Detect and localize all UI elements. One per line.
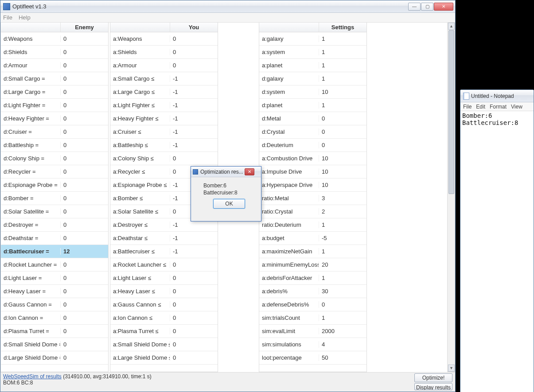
settings-value[interactable]: -5 bbox=[319, 235, 366, 241]
you-value[interactable]: 0 bbox=[170, 341, 218, 348]
enemy-value[interactable]: 0 bbox=[61, 314, 108, 321]
enemy-row[interactable]: d:Colony Ship =0 bbox=[1, 152, 108, 165]
you-value[interactable]: 0 bbox=[170, 328, 218, 334]
enemy-row[interactable]: d:Ion Cannon =0 bbox=[1, 311, 108, 325]
enemy-value[interactable]: 0 bbox=[61, 195, 108, 202]
settings-row[interactable]: sim:evalLimit2000 bbox=[259, 325, 366, 338]
settings-row[interactable]: d:system10 bbox=[259, 85, 366, 99]
enemy-row[interactable]: d:Battlecruiser =12 bbox=[1, 245, 108, 258]
settings-row[interactable]: a:debrisForAttacker1 bbox=[259, 272, 366, 285]
you-row[interactable]: a:Armour0 bbox=[110, 59, 218, 72]
settings-row[interactable]: a:Combustion Drive10 bbox=[259, 152, 366, 165]
you-row[interactable]: a:Battleship ≤-1 bbox=[110, 139, 218, 152]
dialog-titlebar[interactable]: Optimization res... ✕ bbox=[191, 167, 261, 177]
settings-row[interactable]: d:planet1 bbox=[259, 99, 366, 112]
settings-row[interactable]: d:Crystal0 bbox=[259, 125, 366, 139]
you-row[interactable]: a:Battlecruiser ≤-1 bbox=[110, 245, 218, 258]
dialog-ok-button[interactable]: OK bbox=[213, 199, 245, 209]
settings-row[interactable]: a:planet1 bbox=[259, 59, 366, 72]
optimize-button[interactable]: Optimize! bbox=[414, 373, 452, 382]
menu-file[interactable]: File bbox=[3, 14, 12, 21]
enemy-row[interactable]: d:Light Laser =0 bbox=[1, 272, 108, 285]
scroll-up-arrow[interactable]: ▲ bbox=[448, 23, 455, 30]
notepad-menu-format[interactable]: Format bbox=[490, 104, 507, 110]
enemy-row[interactable]: d:Small Cargo =0 bbox=[1, 72, 108, 85]
enemy-value[interactable]: 0 bbox=[61, 115, 108, 122]
you-row[interactable]: a:Light Laser ≤0 bbox=[110, 272, 218, 285]
settings-value[interactable]: 2000 bbox=[319, 328, 366, 334]
notepad-textarea[interactable]: Bomber:6 Battlecruiser:8 bbox=[460, 111, 534, 392]
you-row[interactable]: a:Large Shield Dome ≤0 bbox=[110, 351, 218, 365]
settings-header[interactable]: Settings bbox=[259, 23, 366, 32]
enemy-value[interactable]: 0 bbox=[61, 35, 108, 42]
settings-value[interactable]: 1 bbox=[319, 248, 366, 255]
you-value[interactable]: -1 bbox=[170, 128, 218, 135]
settings-value[interactable]: 1 bbox=[319, 314, 366, 321]
you-value[interactable]: -1 bbox=[170, 221, 218, 228]
you-value[interactable]: -1 bbox=[170, 142, 218, 148]
enemy-row[interactable]: d:Recycler =0 bbox=[1, 165, 108, 179]
enemy-value[interactable]: 0 bbox=[61, 168, 108, 175]
settings-value[interactable]: 0 bbox=[319, 128, 366, 135]
scroll-down-arrow[interactable]: ▼ bbox=[448, 365, 455, 372]
results-link[interactable]: WebSpeedSim of results bbox=[3, 373, 62, 380]
settings-value[interactable]: 4 bbox=[319, 341, 366, 348]
enemy-row[interactable]: d:Shields0 bbox=[1, 46, 108, 59]
you-row[interactable]: a:Gauss Cannon ≤0 bbox=[110, 298, 218, 311]
enemy-value[interactable]: 0 bbox=[61, 155, 108, 162]
enemy-value[interactable]: 12 bbox=[61, 248, 108, 255]
you-row[interactable]: a:Ion Cannon ≤0 bbox=[110, 311, 218, 325]
you-value[interactable]: 0 bbox=[170, 275, 218, 281]
notepad-menu-edit[interactable]: Edit bbox=[476, 104, 485, 110]
settings-row[interactable]: sim:trialsCount1 bbox=[259, 311, 366, 325]
you-row[interactable]: a:Heavy Fighter ≤-1 bbox=[110, 112, 218, 125]
settings-row[interactable]: d:Deuterium0 bbox=[259, 139, 366, 152]
enemy-row[interactable]: d:Solar Satellite =0 bbox=[1, 205, 108, 218]
you-value[interactable]: 0 bbox=[170, 35, 218, 42]
you-row[interactable]: a:Cruiser ≤-1 bbox=[110, 125, 218, 139]
you-value[interactable]: 0 bbox=[170, 49, 218, 55]
you-value[interactable]: 0 bbox=[170, 155, 218, 162]
settings-value[interactable]: 0 bbox=[319, 115, 366, 122]
you-value[interactable]: -1 bbox=[170, 115, 218, 122]
settings-value[interactable]: 30 bbox=[319, 288, 366, 295]
enemy-row[interactable]: d:Heavy Laser =0 bbox=[1, 285, 108, 298]
settings-row[interactable]: a:minimumEnemyLoss%20 bbox=[259, 258, 366, 272]
enemy-header[interactable]: Enemy bbox=[1, 23, 108, 32]
enemy-row[interactable]: d:Cruiser =0 bbox=[1, 125, 108, 139]
settings-value[interactable]: 1 bbox=[319, 75, 366, 82]
you-row[interactable]: a:Small Shield Dome ≤0 bbox=[110, 338, 218, 351]
settings-row[interactable]: d:galaxy1 bbox=[259, 72, 366, 85]
minimize-button[interactable]: — bbox=[408, 3, 421, 11]
settings-value[interactable]: 20 bbox=[319, 261, 366, 268]
settings-row[interactable]: a:system1 bbox=[259, 46, 366, 59]
enemy-value[interactable]: 0 bbox=[61, 89, 108, 95]
you-row[interactable]: a:Rocket Launcher ≤0 bbox=[110, 258, 218, 272]
you-value[interactable]: 0 bbox=[170, 288, 218, 295]
you-value[interactable]: 0 bbox=[170, 261, 218, 268]
you-value[interactable]: -1 bbox=[170, 89, 218, 95]
menu-help[interactable]: Help bbox=[19, 14, 31, 21]
settings-row[interactable]: ratio:Metal3 bbox=[259, 192, 366, 205]
main-scrollbar[interactable]: ▲ ▼ bbox=[447, 23, 455, 372]
settings-row[interactable]: ratio:Deuterium1 bbox=[259, 218, 366, 232]
enemy-value[interactable]: 0 bbox=[61, 328, 108, 334]
settings-value[interactable]: 0 bbox=[319, 142, 366, 148]
settings-row[interactable]: a:Hyperspace Drive10 bbox=[259, 179, 366, 192]
enemy-row[interactable]: d:Armour0 bbox=[1, 59, 108, 72]
settings-row[interactable]: d:Metal0 bbox=[259, 112, 366, 125]
you-value[interactable]: 0 bbox=[170, 301, 218, 308]
display-results-button[interactable]: Display results bbox=[414, 383, 452, 390]
enemy-row[interactable]: d:Large Shield Dome =0 bbox=[1, 351, 108, 365]
dialog-close-button[interactable]: ✕ bbox=[245, 168, 254, 175]
settings-value[interactable]: 1 bbox=[319, 35, 366, 42]
settings-value[interactable]: 3 bbox=[319, 195, 366, 202]
you-row[interactable]: a:Light Fighter ≤-1 bbox=[110, 99, 218, 112]
enemy-value[interactable]: 0 bbox=[61, 261, 108, 268]
settings-row[interactable]: sim:simulations4 bbox=[259, 338, 366, 351]
settings-value[interactable]: 1 bbox=[319, 102, 366, 109]
enemy-row[interactable]: d:Destroyer =0 bbox=[1, 218, 108, 232]
notepad-menu-view[interactable]: View bbox=[511, 104, 522, 110]
enemy-value[interactable]: 0 bbox=[61, 288, 108, 295]
you-value[interactable]: 0 bbox=[170, 62, 218, 69]
